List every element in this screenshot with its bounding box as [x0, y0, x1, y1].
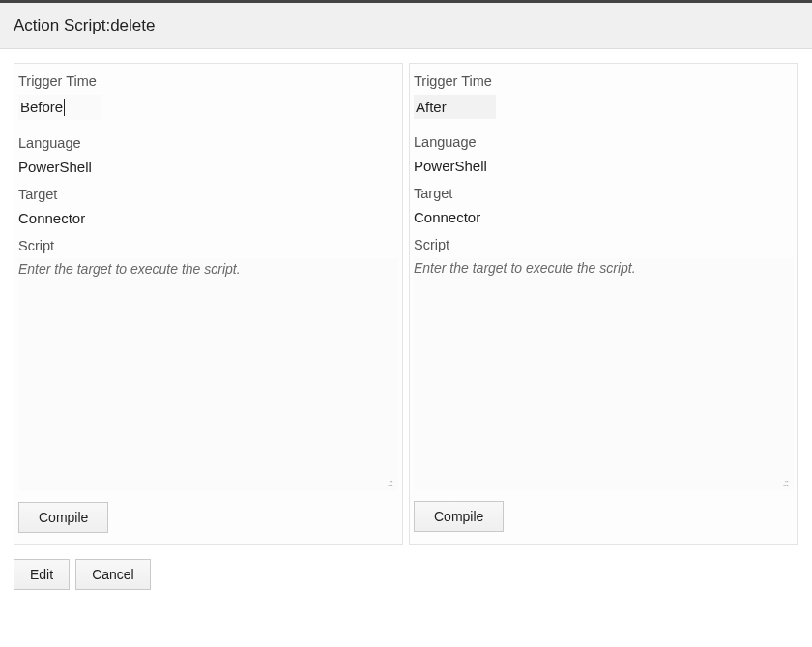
page-header: Action Script:delete — [0, 3, 812, 49]
trigger-time-select[interactable]: After — [414, 95, 496, 119]
trigger-time-label: Trigger Time — [414, 74, 794, 89]
target-value[interactable]: Connector — [18, 208, 398, 228]
after-panel: Trigger Time After Language PowerShell T… — [409, 63, 798, 545]
trigger-time-select[interactable]: Before — [18, 95, 101, 120]
script-panels: Trigger Time Before Language PowerShell … — [14, 63, 798, 545]
before-panel: Trigger Time Before Language PowerShell … — [14, 63, 403, 545]
script-label: Script — [414, 237, 794, 252]
trigger-time-label: Trigger Time — [18, 74, 398, 89]
content-area: Trigger Time Before Language PowerShell … — [0, 49, 812, 603]
language-value[interactable]: PowerShell — [18, 157, 398, 177]
target-label: Target — [18, 187, 398, 202]
language-label: Language — [414, 134, 794, 150]
language-value[interactable]: PowerShell — [414, 156, 794, 176]
edit-button[interactable]: Edit — [14, 559, 70, 590]
trigger-time-value: After — [416, 99, 447, 115]
cancel-button[interactable]: Cancel — [75, 559, 151, 590]
footer-buttons: Edit Cancel — [14, 559, 798, 590]
compile-button[interactable]: Compile — [18, 502, 108, 533]
script-textarea[interactable] — [414, 258, 794, 490]
page-title: Action Script:delete — [14, 16, 798, 36]
script-textarea[interactable] — [18, 259, 398, 491]
language-label: Language — [18, 135, 398, 151]
compile-button[interactable]: Compile — [414, 501, 504, 532]
script-label: Script — [18, 238, 398, 253]
target-value[interactable]: Connector — [414, 207, 794, 227]
target-label: Target — [414, 186, 794, 201]
trigger-time-value: Before — [20, 99, 65, 116]
